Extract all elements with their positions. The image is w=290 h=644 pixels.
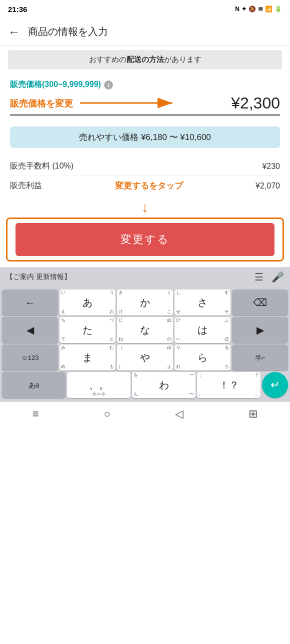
- back-key[interactable]: ←: [2, 290, 58, 316]
- emoji-123-key[interactable]: ☺123: [2, 344, 58, 370]
- profit-value: ¥2,070: [256, 182, 280, 190]
- price-section: 販売価格(300~9,999,999) i 販売価格を変更 ¥2,300: [0, 74, 290, 122]
- left-arrow-key[interactable]: ◀: [2, 317, 58, 343]
- price-label: 販売価格(300~9,999,999) i: [10, 80, 280, 90]
- recommended-price: 売れやすい価格 ¥6,180 〜 ¥10,600: [10, 126, 280, 148]
- wa-key[interactable]: を ー わ ん 〜: [132, 372, 196, 398]
- menu-icon[interactable]: ☰: [254, 271, 264, 283]
- nav-home-icon[interactable]: ○: [104, 408, 110, 420]
- price-input-line: [10, 114, 280, 116]
- enter-key[interactable]: ↵: [262, 372, 288, 398]
- mic-icon[interactable]: 🎤: [272, 271, 284, 283]
- status-icons: N ✦ 🔕 ≋ 📶 🔋: [235, 6, 282, 12]
- ma-key[interactable]: み む ま め も: [60, 344, 116, 370]
- nav-menu-icon[interactable]: ≡: [32, 408, 39, 420]
- sa-key[interactable]: し す さ せ そ: [174, 290, 230, 316]
- ta-key[interactable]: ち つ た て と: [60, 317, 116, 343]
- kana-switch-key[interactable]: あa: [2, 372, 66, 398]
- price-value: ¥2,300: [231, 94, 280, 112]
- nav-back-icon[interactable]: ◁: [175, 408, 184, 420]
- tap-arrow-icon: ↓: [0, 200, 290, 216]
- fee-label: 販売手数料 (10%): [10, 161, 74, 172]
- ha-key[interactable]: ひ ふ は へ ほ: [174, 317, 230, 343]
- keyboard-row-4: あa 、。 大⇔小 を ー わ ん 〜 ： ？ ！？ 。 … ↵: [2, 372, 288, 398]
- page-title: 商品の情報を入力: [28, 25, 108, 38]
- symbol-key[interactable]: ： ？ ！？ 。 …: [197, 372, 260, 398]
- keyboard-row-1: ← い う あ え お き く か け こ し す さ せ そ ⌫: [2, 290, 288, 316]
- a-key[interactable]: い う あ え お: [60, 290, 116, 316]
- fee-rows: 販売手数料 (10%) ¥230 販売利益 変更するをタップ ¥2,070: [0, 153, 290, 200]
- back-button[interactable]: ←: [8, 25, 20, 39]
- ka-key[interactable]: き く か け こ: [117, 290, 173, 316]
- ra-key[interactable]: り る ら れ ろ: [174, 344, 230, 370]
- punctuation-key[interactable]: 、。 大⇔小: [67, 372, 130, 398]
- keyboard-row-3: ☺123 み む ま め も （ ゆ や ） よ り る ら れ ろ 半⌐: [2, 344, 288, 370]
- tap-annotation: 変更するをタップ: [115, 180, 183, 192]
- profit-label: 販売利益: [10, 180, 42, 191]
- bottom-nav: ≡ ○ ◁ ⊞: [0, 402, 290, 426]
- fee-value: ¥230: [262, 162, 280, 171]
- ime-toolbar: 【ご案内 更新情報】 ☰ 🎤: [0, 268, 290, 286]
- keyboard: ← い う あ え お き く か け こ し す さ せ そ ⌫ ◀: [0, 286, 290, 402]
- delete-key[interactable]: ⌫: [232, 290, 288, 316]
- header: ← 商品の情報を入力: [0, 18, 290, 46]
- fee-row: 販売手数料 (10%) ¥230: [10, 157, 280, 176]
- info-icon[interactable]: i: [104, 80, 113, 90]
- nav-apps-icon[interactable]: ⊞: [248, 408, 258, 420]
- profit-row: 販売利益 変更するをタップ ¥2,070: [10, 176, 280, 196]
- price-change-annotation: 販売価格を変更: [10, 98, 73, 110]
- na-key[interactable]: に ぬ な ね の: [117, 317, 173, 343]
- status-time: 21:36: [8, 5, 27, 14]
- half-width-key[interactable]: 半⌐: [232, 344, 288, 370]
- price-change-row: 販売価格を変更 ¥2,300: [10, 94, 280, 112]
- change-button[interactable]: 変更する: [16, 223, 274, 256]
- right-arrow-key[interactable]: ▶: [232, 317, 288, 343]
- ime-toolbar-icons: ☰ 🎤: [254, 271, 284, 283]
- recommendation-banner: おすすめの配送の方法があります: [8, 50, 282, 70]
- change-arrow-icon: [80, 93, 180, 113]
- ya-key[interactable]: （ ゆ や ） よ: [117, 344, 173, 370]
- keyboard-row-2: ◀ ち つ た て と に ぬ な ね の ひ ふ は へ ほ ▶: [2, 317, 288, 343]
- status-bar: 21:36 N ✦ 🔕 ≋ 📶 🔋: [0, 0, 290, 18]
- change-button-wrapper: 変更する: [6, 218, 284, 262]
- ime-toolbar-text: 【ご案内 更新情報】: [6, 272, 71, 282]
